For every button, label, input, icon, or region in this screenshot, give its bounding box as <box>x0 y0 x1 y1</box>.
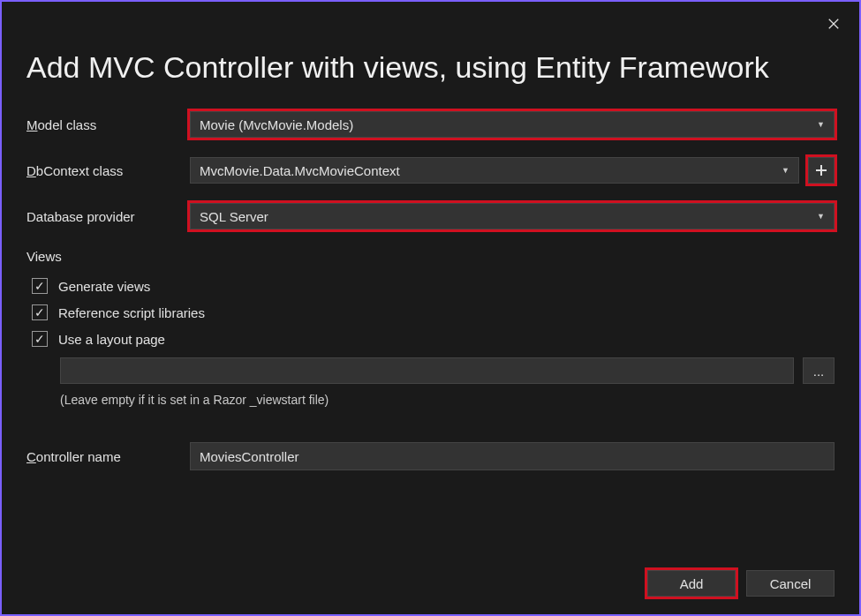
combo-model-class-value: Movie (MvcMovie.Models) <box>200 117 353 132</box>
label-reference-libraries[interactable]: Reference script libraries <box>58 305 205 320</box>
check-row-layout: Use a layout page <box>32 331 835 347</box>
add-dbcontext-button[interactable] <box>808 157 835 184</box>
chevron-down-icon: ▼ <box>817 120 825 129</box>
cancel-button[interactable]: Cancel <box>746 570 835 597</box>
label-db-provider: Database provider <box>26 209 190 224</box>
layout-hint: (Leave empty if it is set in a Razor _vi… <box>60 393 835 407</box>
row-model-class: Model class Movie (MvcMovie.Models) ▼ <box>26 111 835 138</box>
label-use-layout[interactable]: Use a layout page <box>58 332 165 347</box>
browse-layout-button[interactable]: ... <box>803 357 835 384</box>
input-layout-path[interactable] <box>60 357 794 384</box>
row-layout-path: ... <box>60 357 835 384</box>
label-generate-views[interactable]: Generate views <box>58 279 150 294</box>
label-dbcontext: DbContext class <box>26 163 190 178</box>
views-heading: Views <box>26 249 835 264</box>
dialog-title: Add MVC Controller with views, using Ent… <box>2 2 859 111</box>
combo-model-class[interactable]: Movie (MvcMovie.Models) ▼ <box>190 111 835 138</box>
close-button[interactable] <box>820 11 847 37</box>
combo-dbcontext-value: MvcMovie.Data.MvcMovieContext <box>200 163 400 178</box>
input-controller-name[interactable] <box>190 442 835 470</box>
dialog-footer: Add Cancel <box>647 570 835 597</box>
close-icon <box>827 18 840 30</box>
combo-db-provider[interactable]: SQL Server ▼ <box>190 203 835 229</box>
row-db-provider: Database provider SQL Server ▼ <box>26 203 835 229</box>
checkbox-generate-views[interactable] <box>32 278 48 294</box>
dialog-window: Add MVC Controller with views, using Ent… <box>0 0 861 616</box>
chevron-down-icon: ▼ <box>817 212 825 221</box>
label-model-class: Model class <box>26 117 190 132</box>
add-button[interactable]: Add <box>647 570 736 597</box>
check-row-generate: Generate views <box>32 278 835 294</box>
label-controller-name: Controller name <box>26 449 190 464</box>
row-controller-name: Controller name <box>26 442 835 470</box>
checkbox-reference-libraries[interactable] <box>32 304 48 320</box>
combo-db-provider-value: SQL Server <box>200 209 268 224</box>
row-dbcontext: DbContext class MvcMovie.Data.MvcMovieCo… <box>26 157 835 184</box>
check-row-reference: Reference script libraries <box>32 304 835 320</box>
plus-icon <box>814 163 828 177</box>
checkbox-use-layout[interactable] <box>32 331 48 347</box>
form-area: Model class Movie (MvcMovie.Models) ▼ Db… <box>2 111 859 470</box>
combo-dbcontext[interactable]: MvcMovie.Data.MvcMovieContext ▼ <box>190 157 799 184</box>
chevron-down-icon: ▼ <box>782 166 789 175</box>
